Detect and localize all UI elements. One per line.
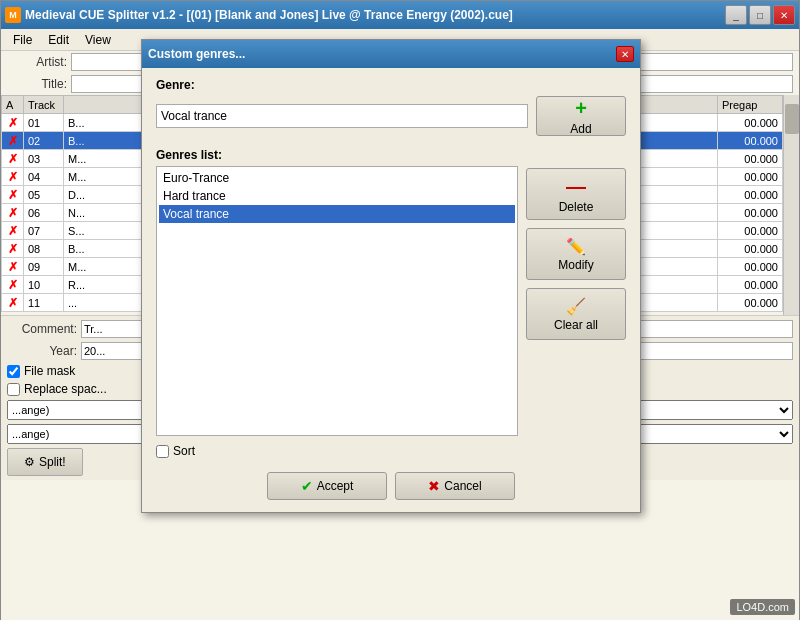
title-controls: _ □ ✕ [725,5,795,25]
accept-label: Accept [317,479,354,493]
row-checkbox-5: ✗ [2,204,24,222]
col-header-a: A [2,96,24,114]
title-label: Title: [7,77,67,91]
cancel-button[interactable]: ✖ Cancel [395,472,515,500]
row-checkbox-2: ✗ [2,150,24,168]
genre-label: Genre: [156,78,626,92]
modify-label: Modify [558,258,593,272]
genres-listbox[interactable]: Euro-TranceHard tranceVocal trance [156,166,518,436]
close-app-button[interactable]: ✕ [773,5,795,25]
accept-icon: ✔ [301,478,313,494]
track-scrollbar[interactable] [783,95,799,315]
clear-icon: 🧹 [566,297,586,316]
filemask-label: File mask [24,364,75,378]
sort-row: Sort [156,444,626,458]
accept-button[interactable]: ✔ Accept [267,472,387,500]
row-track-0: 01 [24,114,64,132]
row-track-9: 10 [24,276,64,294]
row-pregap-6: 00.000 [718,222,783,240]
replace-spaces-label: Replace spac... [24,382,107,396]
col-header-track: Track [24,96,64,114]
row-checkbox-7: ✗ [2,240,24,258]
genre-list-area: Euro-TranceHard tranceVocal trance — Del… [156,166,626,436]
app-title: Medieval CUE Splitter v1.2 - [(01) [Blan… [25,8,513,22]
delete-icon: — [566,175,586,198]
maximize-button[interactable]: □ [749,5,771,25]
row-checkbox-1: ✗ [2,132,24,150]
app-window: M Medieval CUE Splitter v1.2 - [(01) [Bl… [0,0,800,620]
watermark: LO4D.com [730,599,795,615]
sort-checkbox[interactable] [156,445,169,458]
row-pregap-2: 00.000 [718,150,783,168]
artist-label: Artist: [7,55,67,69]
menu-file[interactable]: File [5,31,40,49]
row-track-10: 11 [24,294,64,312]
menu-view[interactable]: View [77,31,119,49]
dialog-close-button[interactable]: ✕ [616,46,634,62]
clear-all-button[interactable]: 🧹 Clear all [526,288,626,340]
replace-spaces-checkbox[interactable] [7,383,20,396]
row-track-5: 06 [24,204,64,222]
scrollbar-thumb[interactable] [785,104,799,134]
dialog-body: Genre: + Add Genres list: Euro-TranceHar… [142,68,640,512]
delete-label: Delete [559,200,594,214]
row-checkbox-10: ✗ [2,294,24,312]
add-label: Add [570,122,591,136]
clear-all-label: Clear all [554,318,598,332]
genres-list-label: Genres list: [156,148,626,162]
row-checkbox-6: ✗ [2,222,24,240]
genre-list-item[interactable]: Hard trance [159,187,515,205]
add-genre-button[interactable]: + Add [536,96,626,136]
row-pregap-1: 00.000 [718,132,783,150]
row-checkbox-9: ✗ [2,276,24,294]
modify-icon: ✏️ [566,237,586,256]
row-track-4: 05 [24,186,64,204]
sort-label: Sort [173,444,195,458]
col-header-pregap: Pregap [718,96,783,114]
app-icon: M [5,7,21,23]
row-pregap-7: 00.000 [718,240,783,258]
row-track-7: 08 [24,240,64,258]
modify-genre-button[interactable]: ✏️ Modify [526,228,626,280]
cancel-label: Cancel [444,479,481,493]
split-button[interactable]: ⚙ Split! [7,448,83,476]
custom-genres-dialog: Custom genres... ✕ Genre: + Add Genres l… [141,39,641,513]
add-icon: + [575,97,587,120]
row-checkbox-4: ✗ [2,186,24,204]
row-pregap-0: 00.000 [718,114,783,132]
genre-list-item[interactable]: Vocal trance [159,205,515,223]
year-label: Year: [7,344,77,358]
row-pregap-8: 00.000 [718,258,783,276]
split-icon: ⚙ [24,455,35,469]
row-checkbox-8: ✗ [2,258,24,276]
dialog-btn-col: — Delete ✏️ Modify 🧹 Clear all [526,166,626,436]
genre-list-item[interactable]: Euro-Trance [159,169,515,187]
row-checkbox-3: ✗ [2,168,24,186]
row-pregap-9: 00.000 [718,276,783,294]
row-pregap-5: 00.000 [718,204,783,222]
filemask-checkbox[interactable] [7,365,20,378]
row-track-6: 07 [24,222,64,240]
row-track-1: 02 [24,132,64,150]
row-checkbox-0: ✗ [2,114,24,132]
row-track-2: 03 [24,150,64,168]
menu-edit[interactable]: Edit [40,31,77,49]
dialog-footer: ✔ Accept ✖ Cancel [156,468,626,500]
row-track-3: 04 [24,168,64,186]
genre-text-input[interactable] [156,104,528,128]
minimize-button[interactable]: _ [725,5,747,25]
delete-genre-button[interactable]: — Delete [526,168,626,220]
row-track-8: 09 [24,258,64,276]
row-pregap-10: 00.000 [718,294,783,312]
dialog-title: Custom genres... [148,47,245,61]
title-bar: M Medieval CUE Splitter v1.2 - [(01) [Bl… [1,1,799,29]
dialog-title-bar: Custom genres... ✕ [142,40,640,68]
row-pregap-4: 00.000 [718,186,783,204]
row-pregap-3: 00.000 [718,168,783,186]
genre-input-row: + Add [156,96,626,136]
comment-label: Comment: [7,322,77,336]
split-label: Split! [39,455,66,469]
title-bar-left: M Medieval CUE Splitter v1.2 - [(01) [Bl… [5,7,513,23]
cancel-icon: ✖ [428,478,440,494]
